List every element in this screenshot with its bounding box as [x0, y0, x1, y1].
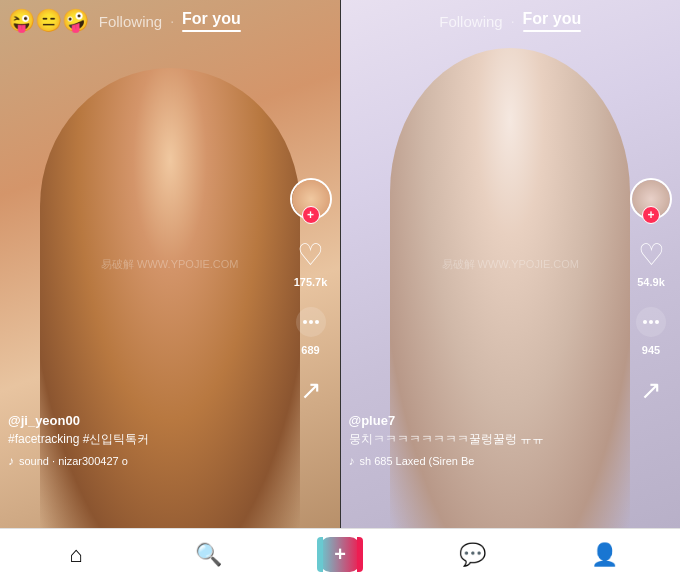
profile-icon: 👤	[591, 542, 618, 568]
right-follow-plus[interactable]: +	[642, 206, 660, 224]
left-music-note-icon: ♪	[8, 454, 14, 468]
dot4	[643, 320, 647, 324]
right-description: 뭉치ㅋㅋㅋㅋㅋㅋㅋㅋ꿀렁꿀렁 ㅠㅠ	[349, 431, 626, 448]
nav-search[interactable]: 🔍	[142, 542, 274, 568]
left-heart-icon: ♡	[293, 236, 329, 272]
right-share-icon: ↗	[633, 372, 669, 408]
right-music-note-icon: ♪	[349, 454, 355, 468]
left-comment-button[interactable]: 689	[293, 304, 329, 356]
right-foryou-tab[interactable]: For you	[523, 10, 582, 32]
left-avatar[interactable]: +	[290, 178, 332, 220]
right-video-info: @plue7 뭉치ㅋㅋㅋㅋㅋㅋㅋㅋ꿀렁꿀렁 ㅠㅠ ♪ sh 685 Laxed …	[349, 413, 626, 468]
right-foryou-underline	[523, 30, 582, 32]
inbox-icon: 💬	[459, 542, 486, 568]
left-action-buttons: + ♡ 175.7k 689	[290, 178, 332, 408]
left-comment-count: 689	[301, 344, 319, 356]
right-nav-divider: ·	[511, 13, 515, 29]
right-comment-dots-container	[636, 307, 666, 337]
right-video-panel: Following · For you + ♡ 54.9k	[341, 0, 681, 528]
left-comment-icon	[293, 304, 329, 340]
left-video-info: @ji_yeon00 #facetracking #신입틱톡커 ♪ sound …	[8, 413, 285, 468]
left-share-icon: ↗	[293, 372, 329, 408]
right-sound-text: sh 685 Laxed (Siren Be	[360, 455, 475, 467]
left-foryou-tab[interactable]: For you	[182, 10, 241, 32]
dot5	[649, 320, 653, 324]
right-sound-row: ♪ sh 685 Laxed (Siren Be	[349, 454, 626, 468]
left-video-panel: 😜😑🤪 Following · For you + ♡	[0, 0, 341, 528]
right-watermark: 易破解 WWW.YPOJIE.COM	[442, 257, 580, 272]
left-following-tab[interactable]: Following	[99, 13, 162, 30]
right-username[interactable]: @plue7	[349, 413, 626, 428]
right-like-button[interactable]: ♡ 54.9k	[633, 236, 669, 288]
right-top-nav: Following · For you	[341, 0, 681, 42]
left-like-count: 175.7k	[294, 276, 328, 288]
left-sound-text: sound · nizar300427 o	[19, 455, 128, 467]
bottom-navigation: ⌂ 🔍 + 💬 👤	[0, 528, 680, 580]
add-button[interactable]: +	[320, 537, 360, 572]
left-comment-dots-container	[296, 307, 326, 337]
left-hashtags: #facetracking #신입틱톡커	[8, 431, 285, 448]
left-top-nav: Following · For you	[0, 0, 340, 42]
dot3	[315, 320, 319, 324]
add-icon: +	[334, 543, 346, 566]
left-foryou-underline	[182, 30, 241, 32]
right-share-button[interactable]: ↗	[633, 372, 669, 408]
right-avatar[interactable]: +	[630, 178, 672, 220]
nav-profile[interactable]: 👤	[538, 542, 670, 568]
right-comment-count: 945	[642, 344, 660, 356]
right-heart-icon: ♡	[633, 236, 669, 272]
left-sound-row: ♪ sound · nizar300427 o	[8, 454, 285, 468]
left-like-button[interactable]: ♡ 175.7k	[293, 236, 329, 288]
left-comment-dots	[303, 320, 319, 324]
videos-container: 😜😑🤪 Following · For you + ♡	[0, 0, 680, 528]
left-follow-plus[interactable]: +	[302, 206, 320, 224]
dot2	[309, 320, 313, 324]
nav-home[interactable]: ⌂	[10, 542, 142, 568]
nav-inbox[interactable]: 💬	[406, 542, 538, 568]
left-share-button[interactable]: ↗	[293, 372, 329, 408]
dot1	[303, 320, 307, 324]
home-icon: ⌂	[69, 542, 82, 568]
left-watermark: 易破解 WWW.YPOJIE.COM	[101, 257, 239, 272]
right-following-tab[interactable]: Following	[439, 13, 502, 30]
nav-add[interactable]: +	[274, 537, 406, 572]
right-comment-dots	[643, 320, 659, 324]
search-icon: 🔍	[195, 542, 222, 568]
right-like-count: 54.9k	[637, 276, 665, 288]
left-username[interactable]: @ji_yeon00	[8, 413, 285, 428]
right-comment-button[interactable]: 945	[633, 304, 669, 356]
right-action-buttons: + ♡ 54.9k 945	[630, 178, 672, 408]
left-nav-divider: ·	[170, 13, 174, 29]
right-comment-icon	[633, 304, 669, 340]
dot6	[655, 320, 659, 324]
